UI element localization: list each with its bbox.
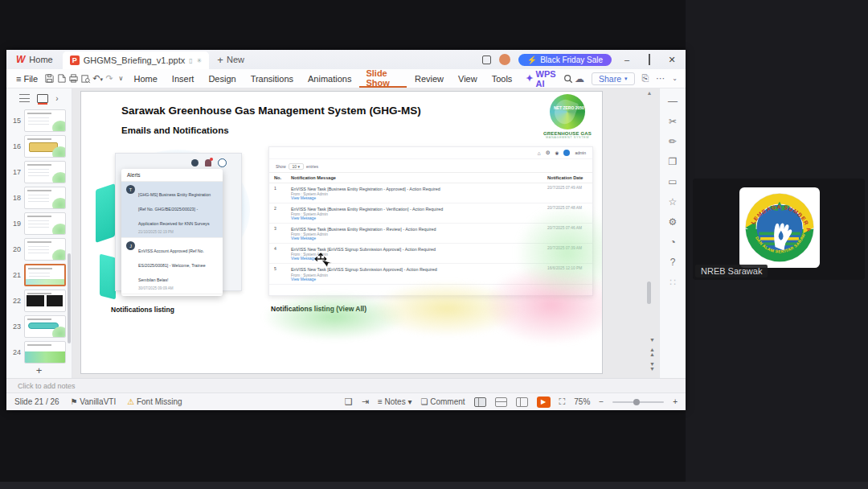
zoom-slider-knob[interactable] [633,399,640,405]
slide-view-icon[interactable] [37,94,48,103]
redo-icon[interactable]: ↷ [104,73,114,84]
objects-tool-icon[interactable]: ❐ [669,157,678,166]
cloud-sync-icon[interactable]: ☁ [575,73,584,84]
fit-window-icon[interactable]: ⇥ [362,397,369,407]
collapse-pane-icon[interactable]: — [668,97,678,106]
caption-left: Notifications listing [111,306,174,314]
slide-thumbnail-22[interactable]: 22 [6,288,72,314]
home-tab-label: Home [29,55,52,64]
restore-button[interactable] [642,55,657,64]
slide-thumbnail-17[interactable]: 17 [6,159,72,185]
print-preview-icon[interactable] [80,73,91,84]
help-tool-icon[interactable]: ? [670,257,676,267]
wps-ai-button[interactable]: ✦ WPS AI [520,69,561,88]
account-avatar[interactable] [499,54,510,65]
slide-thumbnail-24[interactable]: 24 [6,339,72,365]
wps-logo-icon: W [16,54,25,65]
menu-transitions[interactable]: Transitions [244,69,300,88]
share-button[interactable]: Share ▾ [592,72,635,85]
slide-number: 16 [10,142,21,150]
plus-icon: + [217,54,223,66]
favorites-tool-icon[interactable]: ☆ [669,197,678,207]
slide-thumbnail-23[interactable]: 23 [6,314,72,339]
zoom-in-button[interactable]: + [673,397,678,406]
menu-animations[interactable]: Animations [301,69,358,88]
add-slide-button[interactable]: + [6,365,72,376]
slideshow-play-button[interactable]: ▶ [537,397,551,408]
zoom-out-button[interactable]: − [599,397,604,406]
font-missing-warning[interactable]: ⚠ Font Missing [127,397,182,406]
alerts-header: Alerts [121,169,223,182]
menu-review[interactable]: Review [408,69,450,88]
alerts-dropdown: Alerts T [GHG-MS] Business Entity Regist… [121,169,223,296]
previous-slide-button[interactable]: ▲▲ [649,347,655,357]
notes-bar[interactable]: Click to add notes [6,378,686,392]
window-layout-icon[interactable] [482,55,491,64]
zoom-slider[interactable] [612,401,664,403]
menu-slide-show[interactable]: Slide Show [359,69,407,88]
fit-slide-icon[interactable]: ⛶ [559,397,566,407]
menu-insert[interactable]: Insert [166,69,201,88]
slide-panel: › 15 16 17 18 19 [6,88,72,378]
slide-thumbnail-20[interactable]: 20 [6,236,72,262]
thumbnail-scrollbar[interactable] [68,253,71,343]
slide-thumbnail-16[interactable]: 16 [6,134,72,159]
menu-tools[interactable]: Tools [485,69,519,88]
menu-toolbar: ≡ File ↶▾ ↷ ∨ Home Insert Design Transit… [6,69,686,88]
history-tool-icon[interactable]: ◔ [669,237,675,247]
sidebar-toggle-icon[interactable]: ⎘ [642,73,649,84]
minimize-button[interactable]: – [620,55,634,64]
right-tool-rail: — ✂ ✏ ❐ ▭ ☆ ⚙ ◔ ? ∷ [659,88,686,378]
export-icon[interactable] [56,73,67,84]
collapse-ribbon-icon[interactable]: ⌄ [672,75,678,82]
comment-toggle[interactable]: ❏ Comment [420,397,465,406]
normal-view-icon[interactable] [474,397,486,407]
scroll-up-icon[interactable]: ▲ [646,90,653,96]
dropdown-caret-icon[interactable]: ∨ [116,75,125,82]
outline-view-icon[interactable] [19,94,30,102]
slide-sorter-view-icon[interactable] [495,397,507,407]
slide-number: 15 [10,117,21,125]
edit-tool-icon[interactable]: ✏ [669,137,677,146]
search-icon[interactable] [563,73,573,84]
new-tab-button[interactable]: + New [209,54,252,66]
nreb-sarawak-logo: LEMBAGA SUMBER ASLI DAN ALAM SEKITAR SAR… [743,191,817,265]
menu-view[interactable]: View [452,69,484,88]
next-slide-button[interactable]: ▼▼ [649,362,655,372]
wps-home-tab[interactable]: W Home [6,50,63,69]
theme-indicator[interactable]: ⚑ VanillaVTI [71,397,117,406]
slide-21[interactable]: Sarawak Greenhouse Gas Management System… [80,91,603,374]
scrollbar-thumb[interactable] [647,281,651,304]
menu-design[interactable]: Design [202,69,242,88]
slide-thumbnail-19[interactable]: 19 [6,211,72,236]
slide-thumbnail-18[interactable]: 18 [6,185,72,211]
notes-toggle[interactable]: ≡ Notes ▾ [378,397,412,406]
collapse-panel-icon[interactable]: › [55,94,58,103]
slide-size-icon[interactable]: ❑ [345,397,353,407]
cut-tool-icon[interactable]: ✂ [669,117,677,126]
file-menu-button[interactable]: ≡ File [11,74,43,84]
slide-thumbnail-15[interactable]: 15 [6,108,72,134]
menu-home[interactable]: Home [128,69,164,88]
reading-view-icon[interactable] [516,397,528,407]
undo-icon[interactable]: ↶▾ [92,73,103,84]
more-options-icon[interactable]: ⋯ [656,73,665,84]
participant-video-tile[interactable]: LEMBAGA SUMBER ASLI DAN ALAM SEKITAR SAR… [693,179,865,280]
slide-canvas: Sarawak Greenhouse Gas Management System… [72,88,659,378]
comment-tool-icon[interactable]: ▭ [668,177,677,187]
close-button[interactable]: ✕ [665,55,679,65]
settings-tool-icon[interactable]: ⚙ [669,217,678,227]
save-icon[interactable] [44,73,55,84]
print-icon[interactable] [68,73,79,84]
col-message: Notification Message [286,173,542,183]
document-tab[interactable]: P GHGMS_Briefing_v1.pptx ▯ ✳ [63,51,210,69]
slide-thumbnail-21-selected[interactable]: 21 [6,262,72,288]
col-date: Notification Date [542,173,592,183]
promo-label: Black Friday Sale [540,55,603,64]
canvas-scrollbar[interactable]: ▲ [646,90,653,376]
promo-button[interactable]: ⚡ Black Friday Sale [518,54,612,66]
zoom-level[interactable]: 75% [574,397,590,406]
apps-grid-icon[interactable]: ∷ [669,277,676,287]
scroll-down-icon[interactable]: ▼ [649,338,655,343]
webapp-avatar-icon [563,150,570,156]
